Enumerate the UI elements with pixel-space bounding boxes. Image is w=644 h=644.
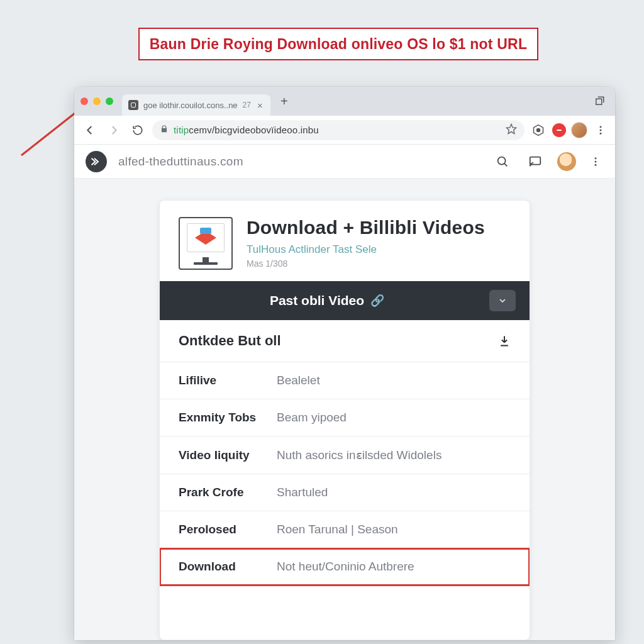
paste-video-dropdown[interactable] bbox=[489, 290, 516, 311]
option-key: Lifilive bbox=[179, 374, 264, 387]
browser-menu-button[interactable] bbox=[592, 122, 609, 138]
browser-window: goe ilothir.couilot.cons..ne 27 × + t bbox=[74, 87, 615, 640]
option-value: Nuth asorics inɛilsded Widolels bbox=[277, 448, 511, 462]
option-value: Roen Tarunal | Season bbox=[277, 523, 511, 536]
card-subtitle: TulHous Actlinder Tast Sele bbox=[247, 243, 485, 256]
option-key: Perolosed bbox=[179, 523, 264, 536]
url-text: titipcemv/bicgvideobovïideoo.inbu bbox=[174, 125, 319, 135]
maximize-window-button[interactable] bbox=[106, 97, 113, 105]
bookmark-star-icon[interactable] bbox=[506, 123, 517, 136]
tab-close-icon[interactable]: × bbox=[256, 100, 264, 111]
card-meta: Mas 1/308 bbox=[247, 258, 485, 269]
annotation-banner-text: Baun Drie Roying Download onliveo OS lo … bbox=[150, 36, 527, 53]
annotation-banner: Baun Drie Roying Download onliveo OS lo … bbox=[138, 28, 538, 60]
reload-button[interactable] bbox=[128, 121, 147, 140]
option-value: Bealelet bbox=[277, 374, 511, 387]
card-header: Download + Billibli Videos TulHous Actli… bbox=[160, 201, 530, 281]
svg-point-11 bbox=[498, 157, 506, 164]
option-row: Video Iiquity Nuth asorics inɛilsded Wid… bbox=[160, 436, 530, 474]
svg-point-15 bbox=[595, 160, 597, 162]
address-bar-row: titipcemv/bicgvideobovïideoo.inbu bbox=[74, 116, 615, 145]
svg-point-7 bbox=[537, 128, 540, 131]
back-button[interactable] bbox=[80, 121, 99, 140]
option-value: Not heut/Coninio Autbrere bbox=[277, 560, 511, 574]
option-row: Prark Crofe Shartuled bbox=[160, 474, 530, 511]
site-avatar[interactable] bbox=[557, 152, 576, 171]
option-row-download[interactable]: Download Not heut/Coninio Autbrere bbox=[160, 548, 530, 586]
forward-button[interactable] bbox=[104, 121, 123, 140]
svg-line-12 bbox=[504, 163, 507, 165]
option-row: Exnmity Tobs Beam yipoed bbox=[160, 399, 530, 436]
option-key: Video Iiquity bbox=[179, 448, 264, 462]
url-rest: cemv/bicgvideobovïideoo.inbu bbox=[189, 125, 319, 135]
download-card: Download + Billibli Videos TulHous Actli… bbox=[159, 200, 530, 640]
minimize-window-button[interactable] bbox=[93, 97, 101, 105]
download-arrow-icon bbox=[498, 335, 511, 347]
url-scheme: titip bbox=[174, 125, 189, 135]
page-content: Download + Billibli Videos TulHous Actli… bbox=[74, 179, 615, 640]
tab-count: 27 bbox=[243, 101, 251, 109]
app-monitor-icon bbox=[179, 217, 233, 270]
adblock-extension-icon[interactable] bbox=[552, 123, 566, 137]
svg-point-8 bbox=[600, 126, 602, 128]
site-host-text: alfed-theduttinaus.com bbox=[118, 155, 243, 169]
paste-video-label: Past obli Video bbox=[270, 293, 364, 308]
close-window-button[interactable] bbox=[80, 97, 88, 105]
options-rows: Lifilive Bealelet Exnmity Tobs Beam yipo… bbox=[160, 362, 530, 586]
site-toolbar: alfed-theduttinaus.com bbox=[74, 145, 615, 179]
lock-icon bbox=[160, 125, 169, 135]
option-value: Beam yipoed bbox=[277, 411, 511, 425]
tab-title: goe ilothir.couilot.cons..ne bbox=[143, 101, 238, 110]
site-menu-button[interactable] bbox=[587, 153, 604, 170]
svg-marker-5 bbox=[507, 125, 516, 134]
omnibox[interactable]: titipcemv/bicgvideobovïideoo.inbu bbox=[152, 120, 525, 140]
option-row: Lifilive Bealelet bbox=[160, 362, 530, 399]
options-section-header[interactable]: Ontkdee But oll bbox=[160, 320, 530, 362]
tab-favicon bbox=[128, 100, 138, 110]
svg-point-16 bbox=[595, 164, 597, 165]
svg-point-14 bbox=[595, 157, 597, 159]
new-tab-button[interactable]: + bbox=[275, 92, 293, 110]
option-key: Exnmity Tobs bbox=[179, 411, 264, 425]
svg-point-10 bbox=[600, 132, 602, 134]
restore-window-icon[interactable] bbox=[591, 93, 608, 109]
window-controls bbox=[80, 97, 113, 105]
search-icon[interactable] bbox=[492, 151, 513, 172]
option-value: Shartuled bbox=[277, 486, 511, 499]
card-title: Download + Billibli Videos bbox=[247, 217, 485, 238]
extension-icon[interactable] bbox=[530, 121, 547, 139]
svg-rect-4 bbox=[596, 99, 602, 104]
svg-point-9 bbox=[600, 129, 602, 131]
option-key: Download bbox=[179, 560, 264, 574]
profile-avatar[interactable] bbox=[571, 122, 587, 138]
browser-tab-active[interactable]: goe ilothir.couilot.cons..ne 27 × bbox=[122, 94, 270, 116]
cast-icon[interactable] bbox=[525, 151, 546, 172]
link-emoji-icon: 🔗 bbox=[370, 294, 384, 308]
options-section-title: Ontkdee But oll bbox=[179, 333, 281, 349]
site-logo[interactable] bbox=[86, 151, 107, 172]
option-row: Perolosed Roen Tarunal | Season bbox=[160, 511, 530, 548]
paste-video-bar[interactable]: Past obli Video 🔗 bbox=[160, 281, 530, 320]
option-key: Prark Crofe bbox=[179, 486, 264, 499]
tab-strip: goe ilothir.couilot.cons..ne 27 × + bbox=[74, 87, 615, 116]
